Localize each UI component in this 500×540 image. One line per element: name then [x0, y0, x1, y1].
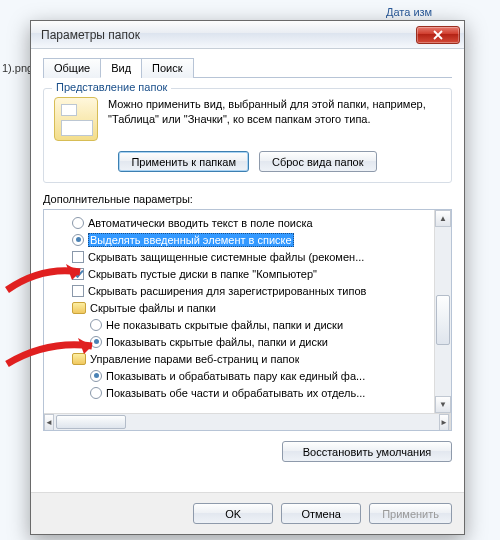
radio-icon	[72, 217, 84, 229]
tree-item-label: Показывать и обрабатывать пару как едины…	[106, 370, 365, 382]
tree-item-label: Выделять введенный элемент в списке	[88, 233, 294, 247]
tree-item[interactable]: Показывать обе части и обрабатывать их о…	[46, 384, 432, 401]
scroll-right-button[interactable]: ►	[439, 414, 449, 431]
tree-item[interactable]: Скрывать расширения для зарегистрированн…	[46, 282, 432, 299]
folder-views-legend: Представление папок	[52, 81, 171, 93]
cancel-button[interactable]: Отмена	[281, 503, 361, 524]
dialog-title: Параметры папок	[41, 28, 140, 42]
horizontal-scrollbar[interactable]: ◄ ►	[44, 413, 451, 430]
advanced-settings-tree[interactable]: Автоматически вводить текст в поле поиск…	[43, 209, 452, 431]
scroll-thumb[interactable]	[56, 415, 126, 429]
advanced-label: Дополнительные параметры:	[43, 193, 452, 205]
tree-item-label: Скрывать расширения для зарегистрированн…	[88, 285, 366, 297]
tree-item[interactable]: Скрывать пустые диски в папке "Компьютер…	[46, 265, 432, 282]
reset-folders-button[interactable]: Сброс вида папок	[259, 151, 377, 172]
folder-icon	[72, 302, 86, 314]
tree-item-label: Не показывать скрытые файлы, папки и дис…	[106, 319, 343, 331]
scroll-corner	[449, 414, 451, 431]
checkbox-icon	[72, 285, 84, 297]
radio-icon	[90, 319, 102, 331]
apply-button[interactable]: Применить	[369, 503, 452, 524]
radio-icon	[72, 234, 84, 246]
scroll-track[interactable]	[54, 414, 439, 430]
tab-view[interactable]: Вид	[100, 58, 142, 78]
tree-item-label: Скрывать пустые диски в папке "Компьютер…	[88, 268, 317, 280]
checkbox-icon	[72, 268, 84, 280]
tab-strip: Общие Вид Поиск	[43, 57, 452, 78]
tree-item[interactable]: Скрытые файлы и папки	[46, 299, 432, 316]
tree-item[interactable]: Показывать скрытые файлы, папки и диски	[46, 333, 432, 350]
tree-item[interactable]: Показывать и обрабатывать пару как едины…	[46, 367, 432, 384]
tree-item-label: Показывать обе части и обрабатывать их о…	[106, 387, 365, 399]
close-button[interactable]	[416, 26, 460, 44]
vertical-scrollbar[interactable]: ▲ ▼	[434, 210, 451, 413]
tree-item-label: Управление парами веб-страниц и папок	[90, 353, 299, 365]
tree-item-label: Автоматически вводить текст в поле поиск…	[88, 217, 313, 229]
scroll-up-button[interactable]: ▲	[435, 210, 451, 227]
checkbox-icon	[72, 251, 84, 263]
scroll-thumb[interactable]	[436, 295, 450, 345]
scroll-left-button[interactable]: ◄	[44, 414, 54, 431]
tree-item[interactable]: Не показывать скрытые файлы, папки и дис…	[46, 316, 432, 333]
apply-to-folders-button[interactable]: Применить к папкам	[118, 151, 249, 172]
close-icon	[433, 30, 443, 40]
ok-button[interactable]: OK	[193, 503, 273, 524]
tree-item-label: Скрытые файлы и папки	[90, 302, 216, 314]
scroll-track[interactable]	[435, 227, 451, 396]
tree-item-label: Показывать скрытые файлы, папки и диски	[106, 336, 328, 348]
radio-icon	[90, 370, 102, 382]
bg-date-header: Дата изм	[380, 4, 500, 20]
restore-defaults-button[interactable]: Восстановить умолчания	[282, 441, 452, 462]
tab-general[interactable]: Общие	[43, 58, 101, 78]
radio-icon	[90, 387, 102, 399]
tree-item-label: Скрывать защищенные системные файлы (рек…	[88, 251, 364, 263]
tab-search[interactable]: Поиск	[141, 58, 193, 78]
tree-item[interactable]: Выделять введенный элемент в списке	[46, 231, 432, 248]
folder-options-dialog: Параметры папок Общие Вид Поиск Представ…	[30, 20, 465, 535]
titlebar[interactable]: Параметры папок	[31, 21, 464, 49]
tree-item[interactable]: Автоматически вводить текст в поле поиск…	[46, 214, 432, 231]
scroll-down-button[interactable]: ▼	[435, 396, 451, 413]
radio-icon	[90, 336, 102, 348]
tree-item[interactable]: Управление парами веб-страниц и папок	[46, 350, 432, 367]
folder-view-description: Можно применить вид, выбранный для этой …	[108, 97, 441, 141]
folder-icon	[72, 353, 86, 365]
folder-view-icon	[54, 97, 98, 141]
folder-views-group: Представление папок Можно применить вид,…	[43, 88, 452, 183]
tree-item[interactable]: Скрывать защищенные системные файлы (рек…	[46, 248, 432, 265]
dialog-button-bar: OK Отмена Применить	[31, 492, 464, 534]
